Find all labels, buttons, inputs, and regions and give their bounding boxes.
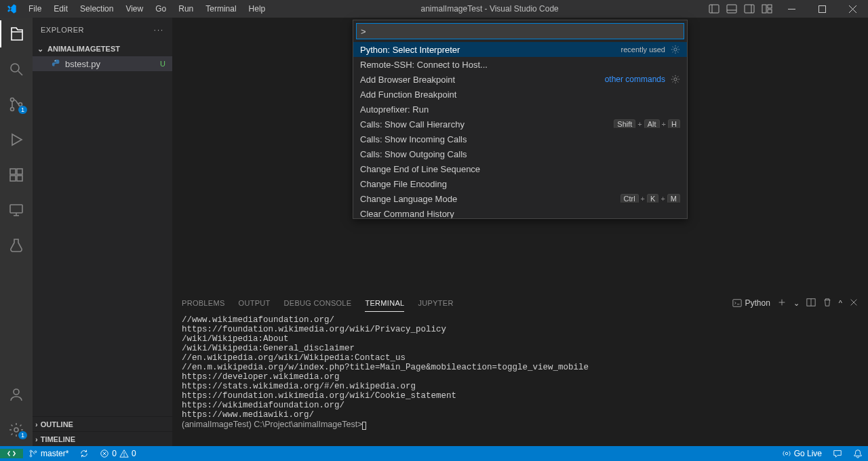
panel-tab-debug-console[interactable]: DEBUG CONSOLE <box>284 295 352 312</box>
palette-item[interactable]: Calls: Show Outgoing Calls <box>353 146 687 161</box>
gear-icon[interactable] <box>671 45 680 54</box>
command-palette: Python: Select Interpreterrecently usedR… <box>353 20 688 219</box>
menu-selection[interactable]: Selection <box>75 1 119 16</box>
svg-rect-8 <box>768 9 772 13</box>
settings-badge: 1 <box>18 431 27 439</box>
palette-item[interactable]: Python: Select Interpreterrecently used <box>353 42 687 57</box>
svg-point-30 <box>674 48 677 51</box>
terminal-profile[interactable]: Python <box>732 298 770 308</box>
panel-tab-problems[interactable]: PROBLEMS <box>182 295 225 312</box>
close-panel-button[interactable] <box>849 298 859 308</box>
statusbar: master* 0 0 Go Live <box>0 446 868 461</box>
svg-rect-21 <box>17 169 22 174</box>
activity-scm[interactable]: 1 <box>0 91 33 118</box>
layout-sidebar-right-icon[interactable] <box>744 3 755 14</box>
svg-rect-32 <box>733 300 741 307</box>
menu-go[interactable]: Go <box>150 1 172 16</box>
command-palette-list: Python: Select Interpreterrecently usedR… <box>353 42 687 218</box>
kill-terminal-button[interactable] <box>823 298 832 308</box>
file-item-bstest[interactable]: bstest.py U <box>33 56 172 71</box>
svg-point-16 <box>11 108 14 111</box>
palette-item[interactable]: Change File Encoding <box>353 176 687 191</box>
svg-rect-7 <box>768 5 772 8</box>
svg-marker-18 <box>12 134 22 145</box>
menu-help[interactable]: Help <box>243 1 271 16</box>
split-terminal-button[interactable] <box>806 298 816 308</box>
git-sync-status[interactable] <box>74 449 94 458</box>
activity-run[interactable] <box>0 126 33 153</box>
problems-status[interactable]: 0 0 <box>94 449 141 458</box>
git-branch-status[interactable]: master* <box>23 449 74 458</box>
remote-indicator[interactable] <box>0 449 23 458</box>
menu-terminal[interactable]: Terminal <box>200 1 241 16</box>
terminal-dropdown-icon[interactable]: ⌄ <box>793 299 800 308</box>
chevron-right-icon: › <box>35 435 38 443</box>
svg-rect-23 <box>17 176 22 181</box>
menu-edit[interactable]: Edit <box>48 1 73 16</box>
gear-icon[interactable] <box>671 75 680 84</box>
panel-tab-terminal[interactable]: TERMINAL <box>365 295 404 312</box>
activity-search[interactable] <box>0 56 33 83</box>
git-branch-icon <box>28 449 38 458</box>
panel-tab-output[interactable]: OUTPUT <box>239 295 271 312</box>
svg-rect-4 <box>745 5 754 13</box>
timeline-section-header[interactable]: › TIMELINE <box>33 431 172 446</box>
svg-rect-24 <box>10 205 22 213</box>
command-palette-input[interactable] <box>356 23 684 39</box>
activity-account[interactable] <box>0 381 33 408</box>
menu-run[interactable]: Run <box>173 1 199 16</box>
activity-explorer[interactable] <box>0 20 33 47</box>
svg-point-15 <box>11 98 14 102</box>
chevron-down-icon: ⌄ <box>35 45 45 54</box>
menubar: FileEditSelectionViewGoRunTerminalHelp <box>23 1 271 16</box>
scm-badge: 1 <box>18 106 27 114</box>
explorer-more-icon[interactable]: ··· <box>154 26 164 34</box>
layout-panel-icon[interactable] <box>726 3 737 14</box>
maximize-panel-button[interactable]: ^ <box>839 299 842 307</box>
bell-icon <box>853 449 863 458</box>
palette-item[interactable]: Clear Command History <box>353 206 687 218</box>
window-maximize-button[interactable] <box>807 0 837 18</box>
activity-remote-explorer[interactable] <box>0 197 33 224</box>
activity-extensions[interactable] <box>0 161 33 188</box>
svg-rect-0 <box>709 5 719 13</box>
sync-icon <box>79 449 89 458</box>
window-title: animalImageTest - Visual Studio Code <box>271 4 709 14</box>
palette-item[interactable]: Add Function Breakpoint <box>353 87 687 102</box>
feedback-status[interactable] <box>827 449 848 458</box>
folder-name: ANIMALIMAGETEST <box>47 45 120 53</box>
titlebar: FileEditSelectionViewGoRunTerminalHelp a… <box>0 0 868 18</box>
svg-point-41 <box>35 451 37 453</box>
new-terminal-button[interactable] <box>777 298 787 308</box>
svg-point-29 <box>55 60 56 61</box>
palette-item[interactable]: Calls: Show Incoming Calls <box>353 132 687 146</box>
folder-section-header[interactable]: ⌄ ANIMALIMAGETEST <box>33 41 172 56</box>
panel-tab-jupyter[interactable]: JUPYTER <box>418 295 453 312</box>
palette-item[interactable]: Change End of Line Sequence <box>353 161 687 176</box>
palette-item[interactable]: Remote-SSH: Connect to Host... <box>353 57 687 72</box>
layout-sidebar-left-icon[interactable] <box>709 3 719 14</box>
svg-rect-22 <box>10 176 16 181</box>
file-name: bstest.py <box>65 59 100 69</box>
svg-point-46 <box>124 456 125 456</box>
vscode-logo <box>0 3 23 14</box>
notifications-status[interactable] <box>848 449 868 458</box>
activity-testing[interactable] <box>0 232 33 259</box>
palette-item[interactable]: Autoprefixer: Run <box>353 102 687 117</box>
explorer-title: EXPLORER <box>41 26 84 34</box>
terminal-icon <box>732 298 742 308</box>
svg-line-14 <box>18 71 22 75</box>
outline-section-header[interactable]: › OUTLINE <box>33 416 172 431</box>
svg-rect-2 <box>727 5 736 13</box>
go-live-status[interactable]: Go Live <box>776 449 827 458</box>
window-close-button[interactable] <box>837 0 868 18</box>
activity-settings[interactable]: 1 <box>0 416 33 443</box>
terminal-body[interactable]: //www.wikimediafoundation.org/ https://f… <box>172 314 868 446</box>
menu-view[interactable]: View <box>120 1 149 16</box>
customize-layout-icon[interactable] <box>762 3 772 14</box>
menu-file[interactable]: File <box>23 1 47 16</box>
palette-item[interactable]: Calls: Show Call HierarchyShift+Alt+H <box>353 117 687 132</box>
palette-item[interactable]: Add Browser Breakpointother commands <box>353 72 687 87</box>
palette-item[interactable]: Change Language ModeCtrl+K+M <box>353 191 687 206</box>
window-minimize-button[interactable] <box>776 0 807 18</box>
